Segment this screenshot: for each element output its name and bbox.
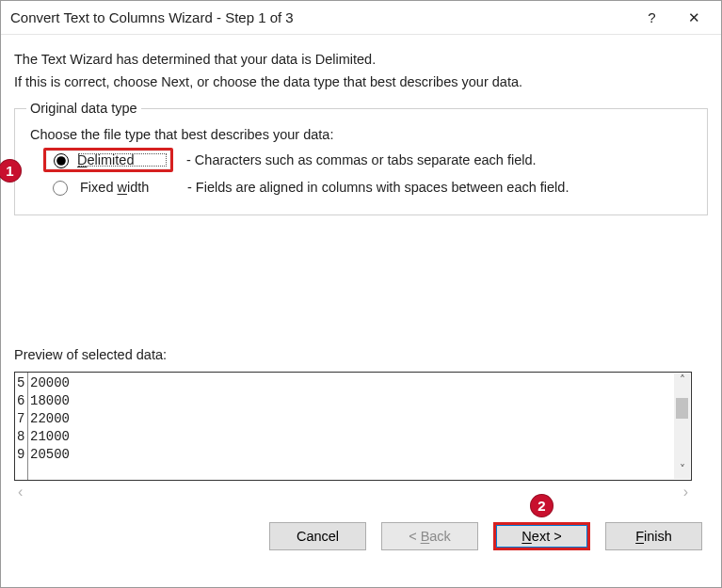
delimited-highlight: Delimited [43,148,173,172]
callout-2: 2 [530,494,554,517]
preview-box: 5 6 7 8 9 20000 18000 22000 21000 20500 … [14,372,692,481]
row-num: 6 [17,392,27,410]
finish-rest: inish [644,529,672,544]
finish-accel: F [635,529,644,544]
row-num: 7 [17,410,27,428]
preview-hscrollbar[interactable]: ‹ › [14,483,692,501]
intro-text-2: If this is correct, choose Next, or choo… [14,74,708,89]
choose-prompt: Choose the file type that best describes… [30,127,696,142]
radio-row-delimited: 1 Delimited - Characters such as commas … [43,148,696,172]
radio-fixedwidth-label-rest: idth [127,180,149,195]
radio-delimited[interactable] [54,153,69,168]
close-button[interactable]: ✕ [673,4,715,32]
dialog-body: The Text Wizard has determined that your… [1,35,721,564]
next-rest: ext > [532,529,562,544]
preview-rownum-col: 5 6 7 8 9 [15,373,28,480]
radio-fixedwidth[interactable] [53,181,68,196]
row-val: 22000 [30,410,691,428]
help-button[interactable]: ? [631,4,673,32]
close-icon: ✕ [688,9,700,26]
back-button: < Back [381,522,478,550]
original-data-type-group: Original data type Choose the file type … [14,101,708,215]
wizard-dialog: Convert Text to Columns Wizard - Step 1 … [0,0,722,588]
group-legend: Original data type [26,101,141,116]
radio-group: 1 Delimited - Characters such as commas … [43,148,696,196]
radio-delimited-accel: D [77,152,87,167]
preview-wrap: 5 6 7 8 9 20000 18000 22000 21000 20500 … [14,372,708,501]
back-rest: ack [429,529,451,544]
scroll-right-icon[interactable]: › [683,484,688,501]
scroll-up-icon[interactable]: ˄ [674,373,690,389]
radio-delimited-desc: - Characters such as commas or tabs sepa… [186,152,537,167]
row-val: 18000 [30,392,691,410]
scroll-thumb[interactable] [676,398,688,419]
cancel-button[interactable]: Cancel [269,522,366,550]
intro-text-1: The Text Wizard has determined that your… [14,52,708,67]
radio-delimited-label-rest: elimited [87,152,134,167]
radio-fixedwidth-label[interactable]: Fixed width [80,180,170,195]
row-num: 9 [17,446,27,464]
titlebar: Convert Text to Columns Wizard - Step 1 … [1,1,721,35]
row-num: 5 [17,374,27,392]
preview-data-col: 20000 18000 22000 21000 20500 [28,373,691,480]
callout-1: 1 [0,159,22,183]
radio-fixedwidth-label-pre: Fixed [80,180,118,195]
preview-label: Preview of selected data: [14,347,708,362]
row-val: 21000 [30,428,691,446]
row-val: 20500 [30,446,691,464]
next-button[interactable]: Next > [493,522,590,550]
radio-delimited-label[interactable]: Delimited [77,152,168,167]
radio-fixedwidth-accel: w [118,180,127,195]
button-row: Cancel < Back 2 Next > Finish [14,522,708,550]
back-accel: B [421,529,430,544]
finish-button[interactable]: Finish [605,522,702,550]
row-num: 8 [17,428,27,446]
row-val: 20000 [30,374,691,392]
help-icon: ? [648,9,655,25]
window-title: Convert Text to Columns Wizard - Step 1 … [10,9,631,25]
scroll-left-icon[interactable]: ‹ [18,484,23,501]
back-lt: < [409,529,421,544]
scroll-down-icon[interactable]: ˅ [674,463,690,479]
next-accel: N [521,529,531,544]
radio-row-fixedwidth: Fixed width - Fields are aligned in colu… [48,178,696,196]
preview-vscrollbar[interactable]: ˄ ˅ [674,373,690,479]
radio-fixedwidth-desc: - Fields are aligned in columns with spa… [187,180,569,195]
